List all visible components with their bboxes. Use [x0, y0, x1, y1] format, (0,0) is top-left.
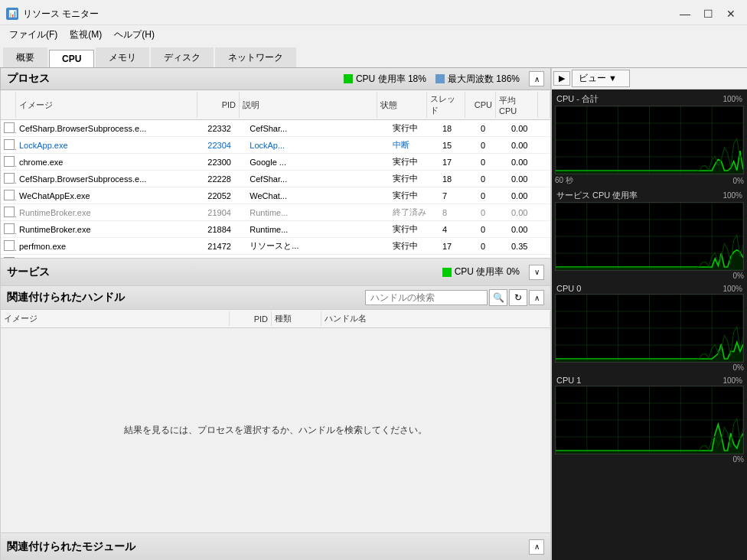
service-collapse-btn[interactable]: ∨ [529, 265, 544, 280]
th-scroll-space [538, 92, 550, 118]
th-state[interactable]: 状態 [377, 92, 427, 118]
chart-label-row-3: CPU 1 100% [555, 375, 744, 386]
chart-top-pct-3: 100% [723, 376, 742, 385]
th-handle-image[interactable]: イメージ [1, 311, 230, 326]
chart-label-0: CPU - 合計 [556, 93, 599, 105]
th-thread[interactable]: スレッド [427, 92, 465, 118]
chart-wrapper-3 [555, 386, 744, 454]
tab-disk[interactable]: ディスク [151, 47, 214, 67]
right-panel: ▶ ビュー ▼ CPU - 合計 100% 60 秒 0% サービス CPU [552, 68, 747, 560]
chart-section-2: CPU 0 100% 0% [555, 283, 744, 372]
cpu-green-icon [344, 74, 353, 83]
row-checkbox-2[interactable] [4, 156, 15, 167]
table-row[interactable]: RuntimeBroker.exe 21904 Runtime... 終了済み … [1, 204, 550, 221]
chart-time-label-0: 60 秒 [555, 175, 573, 186]
tab-network[interactable]: ネットワーク [215, 47, 296, 67]
service-cpu-stat: CPU 使用率 0% [442, 265, 520, 278]
row-checkbox-6[interactable] [4, 223, 15, 234]
row-checkbox-0[interactable] [4, 122, 15, 133]
tab-bar: 概要 CPU メモリ ディスク ネットワーク [0, 44, 747, 68]
chart-bottom-pct-1: 0% [733, 272, 744, 280]
chart-svg-0 [556, 106, 743, 174]
tab-memory[interactable]: メモリ [96, 47, 149, 67]
handle-search-input[interactable] [365, 290, 488, 305]
chart-label-2: CPU 0 [556, 284, 581, 293]
module-title: 関連付けられたモジュール [7, 540, 135, 554]
handle-search-button[interactable]: 🔍 [489, 289, 507, 306]
tab-cpu[interactable]: CPU [49, 50, 94, 67]
row-checkbox-5[interactable] [4, 207, 15, 217]
chart-label-row-2: CPU 0 100% [555, 283, 744, 294]
close-button[interactable]: ✕ [721, 6, 741, 21]
table-row[interactable]: CefSharp.BrowserSubprocess.e... 22332 Ce… [1, 120, 550, 137]
row-checkbox-4[interactable] [4, 190, 15, 200]
th-handle-name[interactable]: ハンドル名 [321, 311, 550, 326]
table-row[interactable]: chrome.exe 22300 Google ... 実行中 17 0 0.0… [1, 154, 550, 171]
service-stats: CPU 使用率 0% ∨ [442, 265, 544, 280]
table-row[interactable]: WeChatAppEx.exe 22052 WeChat... 実行中 7 0 … [1, 187, 550, 204]
th-image[interactable]: イメージ [16, 92, 197, 118]
table-row[interactable]: LockApp.exe 22304 LockAp... 中断 15 0 0.00 [1, 137, 550, 154]
table-row[interactable]: TextInputHost.exe 21248 TextInp... 実行中 2… [1, 255, 550, 258]
left-panel: プロセス CPU 使用率 18% 最大周波数 186% ∧ イメージ PID 説… [0, 68, 552, 560]
window-title: リソース モニター [23, 8, 99, 21]
table-row[interactable]: RuntimeBroker.exe 21884 Runtime... 実行中 4… [1, 221, 550, 238]
process-table-body: CefSharp.BrowserSubprocess.e... 22332 Ce… [1, 120, 550, 258]
th-handle-pid[interactable]: PID [230, 311, 272, 326]
max-freq-stat: 最大周波数 186% [435, 73, 520, 86]
th-handle-type[interactable]: 種類 [272, 311, 321, 326]
table-row[interactable]: CefSharp.BrowserSubprocess.e... 22228 Ce… [1, 171, 550, 187]
chart-wrapper-0 [555, 106, 744, 174]
chart-top-pct-2: 100% [723, 285, 742, 293]
chart-bottom-row-2: 0% [555, 363, 744, 372]
handle-search: 🔍 ↻ ∧ [365, 289, 544, 306]
row-checkbox-8[interactable] [4, 257, 15, 259]
maximize-button[interactable]: ☐ [698, 6, 718, 21]
chart-top-pct-0: 100% [723, 95, 742, 103]
chart-bottom-row-0: 60 秒 0% [555, 175, 744, 186]
chart-bottom-row-3: 0% [555, 455, 744, 464]
menu-file[interactable]: ファイル(F) [3, 27, 64, 43]
chart-label-row-0: CPU - 合計 100% [555, 93, 744, 106]
module-section[interactable]: 関連付けられたモジュール ∧ [0, 533, 551, 560]
process-section-header[interactable]: プロセス CPU 使用率 18% 最大周波数 186% ∧ [0, 68, 551, 90]
th-desc[interactable]: 説明 [240, 92, 377, 118]
chart-label-row-1: サービス CPU 使用率 100% [555, 189, 744, 202]
handle-title: 関連付けられたハンドル [7, 291, 125, 304]
th-pid[interactable]: PID [197, 92, 240, 118]
handle-section: 関連付けられたハンドル 🔍 ↻ ∧ イメージ PID 種類 ハンドル名 結果を見… [0, 286, 551, 533]
handle-header: 関連付けられたハンドル 🔍 ↻ ∧ [1, 286, 550, 310]
handle-table-header: イメージ PID 種類 ハンドル名 [1, 310, 550, 328]
tab-overview[interactable]: 概要 [3, 47, 47, 67]
table-row[interactable]: perfmon.exe 21472 リソースと... 実行中 17 0 0.35 [1, 238, 550, 255]
max-freq-label: 最大周波数 186% [448, 73, 520, 86]
chart-label-1: サービス CPU 使用率 [556, 190, 638, 201]
chart-bottom-pct-3: 0% [733, 455, 744, 464]
row-checkbox-3[interactable] [4, 173, 15, 184]
th-cpu[interactable]: CPU [465, 92, 496, 118]
cpu-usage-stat: CPU 使用率 18% [344, 73, 426, 86]
table-header: イメージ PID 説明 状態 スレッド CPU 平均 CPU [1, 90, 550, 120]
main-container: プロセス CPU 使用率 18% 最大周波数 186% ∧ イメージ PID 説… [0, 68, 747, 560]
handle-refresh-button[interactable]: ↻ [509, 289, 527, 306]
row-checkbox-7[interactable] [4, 240, 15, 251]
th-avgcpu[interactable]: 平均 CPU [496, 92, 538, 118]
process-collapse-btn[interactable]: ∧ [529, 71, 544, 86]
chart-section-1: サービス CPU 使用率 100% 0% [555, 189, 744, 280]
handle-collapse-btn[interactable]: ∧ [529, 290, 544, 305]
chart-bottom-row-1: 0% [555, 272, 744, 280]
row-checkbox-1[interactable] [4, 139, 15, 150]
module-collapse-btn[interactable]: ∧ [529, 539, 544, 555]
th-check [1, 92, 16, 118]
view-dropdown[interactable]: ビュー ▼ [572, 70, 630, 87]
chart-bottom-pct-2: 0% [733, 363, 744, 372]
menu-monitor[interactable]: 監視(M) [64, 27, 108, 43]
title-left: 📊 リソース モニター [6, 8, 99, 21]
menu-help[interactable]: ヘルプ(H) [108, 27, 161, 43]
expand-button[interactable]: ▶ [553, 71, 570, 86]
chart-svg-1 [556, 203, 743, 270]
chart-section-0: CPU - 合計 100% 60 秒 0% [555, 93, 744, 186]
service-section[interactable]: サービス CPU 使用率 0% ∨ [0, 259, 551, 286]
minimize-button[interactable]: — [675, 6, 695, 21]
cpu-usage-label: CPU 使用率 18% [356, 73, 426, 86]
